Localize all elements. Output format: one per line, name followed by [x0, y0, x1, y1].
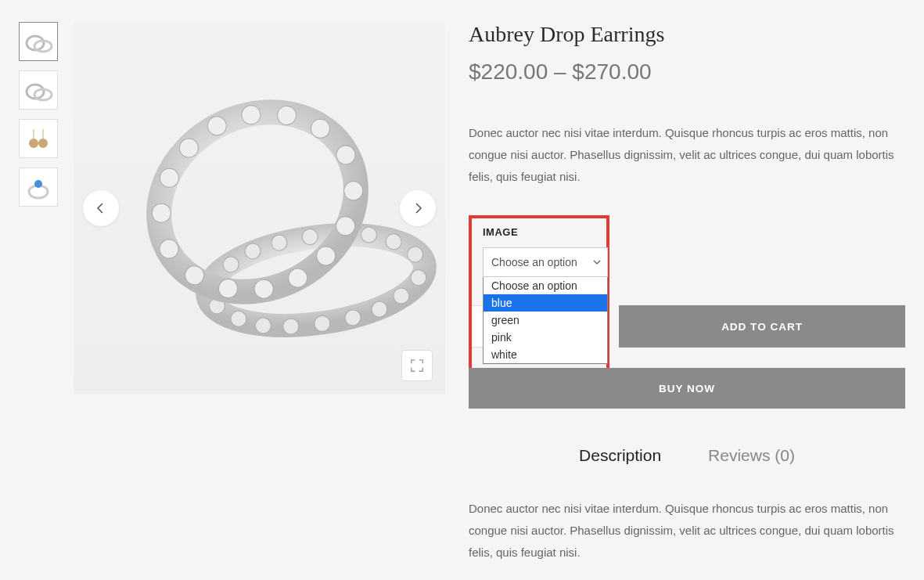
variation-label: IMAGE	[483, 226, 595, 238]
variation-select[interactable]: Choose an option	[483, 247, 608, 277]
svg-point-5	[38, 139, 48, 148]
variation-option-pink[interactable]: pink	[484, 329, 607, 346]
thumbnail-1[interactable]	[19, 22, 58, 61]
buy-now-button[interactable]: BUY NOW	[469, 368, 905, 409]
tab-description-content: Donec auctor nec nisi vitae interdum. Qu…	[469, 498, 905, 563]
tab-description[interactable]: Description	[579, 446, 661, 470]
zoom-button[interactable]	[401, 350, 433, 381]
expand-icon	[410, 358, 424, 373]
product-short-description: Donec auctor nec nisi vitae interdum. Qu…	[469, 122, 905, 187]
product-title: Aubrey Drop Earrings	[469, 22, 905, 47]
thumbnail-4[interactable]	[19, 168, 58, 207]
chevron-left-icon	[95, 202, 107, 214]
thumbnail-list	[19, 22, 58, 394]
variation-option-blue[interactable]: blue	[484, 294, 607, 312]
product-gallery	[19, 22, 445, 394]
variation-dropdown: Choose an option blue green pink white	[483, 276, 608, 364]
variation-selected-value: Choose an option	[491, 256, 577, 268]
prev-image-button[interactable]	[83, 190, 119, 226]
add-to-cart-button[interactable]: ADD TO CART	[619, 305, 905, 348]
tab-reviews[interactable]: Reviews (0)	[708, 446, 795, 470]
thumbnail-2[interactable]	[19, 70, 58, 110]
main-image	[74, 22, 445, 394]
variation-option-placeholder[interactable]: Choose an option	[484, 277, 607, 294]
next-image-button[interactable]	[400, 190, 436, 226]
svg-point-4	[29, 139, 38, 148]
chevron-down-icon	[593, 256, 601, 268]
variation-highlight: IMAGE Choose an option Choose an option …	[469, 215, 609, 378]
variation-option-green[interactable]: green	[484, 312, 607, 329]
variation-option-white[interactable]: white	[484, 346, 607, 363]
thumbnail-3[interactable]	[19, 119, 58, 158]
svg-point-9	[34, 180, 42, 188]
chevron-right-icon	[412, 202, 424, 214]
product-tabs: Description Reviews (0)	[469, 446, 905, 470]
product-price: $220.00 – $270.00	[469, 59, 905, 85]
